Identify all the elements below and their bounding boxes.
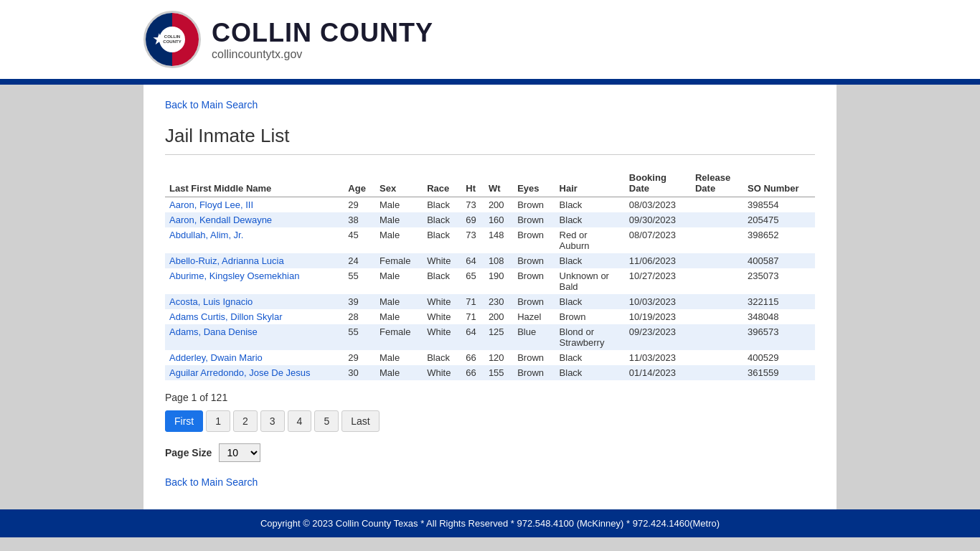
inmate-name-link[interactable]: Acosta, Luis Ignacio (169, 296, 253, 307)
cell-sex: Male (375, 350, 423, 365)
cell-so: 396573 (743, 324, 815, 350)
cell-hair: Blond orStrawberry (555, 324, 625, 350)
cell-wt: 125 (484, 324, 513, 350)
cell-release (691, 253, 743, 268)
cell-wt: 200 (484, 309, 513, 324)
col-booking-date: BookingDate (625, 169, 691, 197)
page-3-button[interactable]: 3 (260, 410, 285, 432)
cell-release (691, 350, 743, 365)
cell-wt: 190 (484, 268, 513, 294)
cell-ht: 65 (461, 268, 484, 294)
cell-race: White (423, 324, 461, 350)
page-size-row: Page Size 10 25 50 100 (165, 443, 815, 462)
page-size-select[interactable]: 10 25 50 100 (219, 443, 260, 462)
table-row: Abello-Ruiz, Adrianna Lucia24FemaleWhite… (165, 253, 815, 268)
table-row: Aaron, Floyd Lee, III29MaleBlack73200Bro… (165, 197, 815, 213)
cell-age: 55 (344, 324, 375, 350)
inmate-name-link[interactable]: Abello-Ruiz, Adrianna Lucia (169, 255, 284, 266)
table-row: Adderley, Dwain Mario29MaleBlack66120Bro… (165, 350, 815, 365)
inmate-name-link[interactable]: Abdullah, Alim, Jr. (169, 230, 243, 240)
cell-eyes: Brown (513, 227, 555, 253)
col-so-number: SO Number (743, 169, 815, 197)
back-to-main-search-link-bottom[interactable]: Back to Main Search (165, 476, 258, 488)
cell-sex: Male (375, 268, 423, 294)
cell-race: Black (423, 350, 461, 365)
cell-race: Black (423, 197, 461, 213)
cell-release (691, 309, 743, 324)
col-age: Age (344, 169, 375, 197)
content-area: Back to Main Search Jail Inmate List Las… (143, 85, 837, 509)
cell-race: Black (423, 212, 461, 227)
page-title: Jail Inmate List (165, 125, 815, 155)
logo-inner-text: COLLINCOUNTY (159, 27, 185, 52)
cell-age: 38 (344, 212, 375, 227)
page-5-button[interactable]: 5 (314, 410, 339, 432)
col-wt: Wt (484, 169, 513, 197)
cell-so: 361559 (743, 365, 815, 380)
table-row: Aguilar Arredondo, Jose De Jesus30MaleWh… (165, 365, 815, 380)
cell-sex: Male (375, 365, 423, 380)
table-row: Adams Curtis, Dillon Skylar28MaleWhite71… (165, 309, 815, 324)
cell-ht: 73 (461, 197, 484, 213)
cell-age: 28 (344, 309, 375, 324)
inmate-name-link[interactable]: Adams, Dana Denise (169, 326, 258, 337)
page-2-button[interactable]: 2 (233, 410, 258, 432)
last-page-button[interactable]: Last (341, 410, 379, 432)
cell-eyes: Brown (513, 365, 555, 380)
inmate-name-link[interactable]: Adams Curtis, Dillon Skylar (169, 311, 283, 322)
inmate-name-link[interactable]: Aaron, Kendall Dewayne (169, 215, 272, 225)
site-url: collincountytx.gov (212, 48, 433, 61)
cell-booking: 09/30/2023 (625, 212, 691, 227)
cell-booking: 11/06/2023 (625, 253, 691, 268)
cell-sex: Female (375, 253, 423, 268)
cell-so: 205475 (743, 212, 815, 227)
footer: Copyright © 2023 Collin County Texas * A… (0, 509, 980, 537)
table-row: Acosta, Luis Ignacio39MaleWhite71230Brow… (165, 294, 815, 309)
inmate-name-link[interactable]: Aaron, Floyd Lee, III (169, 199, 253, 210)
cell-sex: Female (375, 324, 423, 350)
cell-wt: 108 (484, 253, 513, 268)
cell-wt: 148 (484, 227, 513, 253)
inmate-name-link[interactable]: Aburime, Kingsley Osemekhian (169, 270, 299, 281)
cell-booking: 11/03/2023 (625, 350, 691, 365)
cell-release (691, 294, 743, 309)
cell-eyes: Brown (513, 197, 555, 213)
site-title: COLLIN COUNTY (212, 18, 433, 48)
cell-so: 398652 (743, 227, 815, 253)
pagination-info: Page 1 of 121 (165, 392, 815, 403)
col-race: Race (423, 169, 461, 197)
blue-divider-bar (0, 79, 980, 85)
cell-release (691, 268, 743, 294)
cell-race: White (423, 253, 461, 268)
cell-hair: Unknown orBald (555, 268, 625, 294)
cell-wt: 160 (484, 212, 513, 227)
page-1-button[interactable]: 1 (206, 410, 230, 432)
inmate-name-link[interactable]: Adderley, Dwain Mario (169, 352, 263, 363)
cell-eyes: Hazel (513, 309, 555, 324)
cell-release (691, 227, 743, 253)
col-release-date: ReleaseDate (691, 169, 743, 197)
first-page-button[interactable]: First (165, 410, 203, 432)
cell-sex: Male (375, 309, 423, 324)
table-header-row: Last First Middle Name Age Sex Race Ht W… (165, 169, 815, 197)
cell-so: 400587 (743, 253, 815, 268)
col-eyes: Eyes (513, 169, 555, 197)
cell-so: 398554 (743, 197, 815, 213)
cell-wt: 155 (484, 365, 513, 380)
cell-release (691, 212, 743, 227)
cell-hair: Black (555, 197, 625, 213)
cell-ht: 66 (461, 350, 484, 365)
inmate-table-body: Aaron, Floyd Lee, III29MaleBlack73200Bro… (165, 197, 815, 381)
cell-age: 45 (344, 227, 375, 253)
cell-booking: 09/23/2023 (625, 324, 691, 350)
cell-wt: 200 (484, 197, 513, 213)
cell-hair: Black (555, 365, 625, 380)
header: ★ COLLINCOUNTY COLLIN COUNTY collincount… (0, 0, 980, 79)
cell-booking: 10/03/2023 (625, 294, 691, 309)
col-hair: Hair (555, 169, 625, 197)
page-size-label: Page Size (165, 447, 212, 458)
inmate-name-link[interactable]: Aguilar Arredondo, Jose De Jesus (169, 367, 311, 378)
back-to-main-search-link-top[interactable]: Back to Main Search (165, 99, 258, 110)
cell-eyes: Blue (513, 324, 555, 350)
page-4-button[interactable]: 4 (288, 410, 312, 432)
